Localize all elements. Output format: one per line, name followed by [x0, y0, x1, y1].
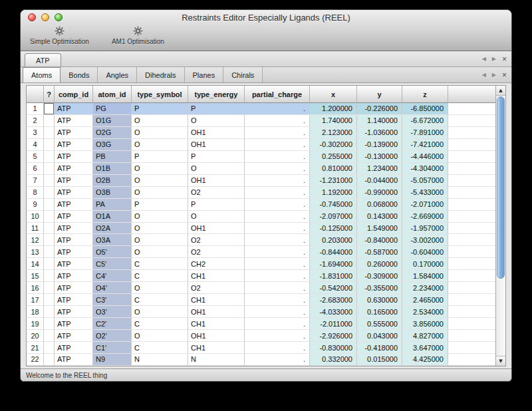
type-energy-cell[interactable]: CH1 [188, 342, 245, 354]
atom-id-cell[interactable]: PG [93, 103, 132, 115]
tab-atoms[interactable]: Atoms [23, 67, 61, 82]
vertical-scrollbar[interactable]: ▲ ▼ [495, 86, 505, 366]
y-cell[interactable]: 0.555000 [357, 318, 402, 330]
table-row[interactable]: 18ATPO3'OOH1.-4.0330000.1650002.534000 [27, 306, 505, 318]
atom-id-cell[interactable]: PB [93, 151, 132, 163]
type-energy-cell[interactable]: O2 [188, 246, 245, 258]
table-row[interactable]: 22ATPN9NN.0.3320000.0150004.425000 [27, 354, 505, 366]
atom-id-cell[interactable]: O3A [93, 234, 132, 246]
comp-id-cell[interactable]: ATP [55, 211, 93, 223]
y-cell[interactable]: -0.309000 [357, 270, 402, 282]
y-cell[interactable]: -1.036000 [357, 127, 402, 139]
z-cell[interactable]: -6.672000 [402, 115, 448, 127]
partial-charge-cell[interactable]: . [245, 354, 310, 366]
table-row[interactable]: 2ATPO1GOO.1.7400001.140000-6.672000 [27, 115, 505, 127]
x-cell[interactable]: 2.123000 [310, 127, 357, 139]
table-row[interactable]: 3ATPO2GOOH1.2.123000-1.036000-7.891000 [27, 127, 505, 139]
type-symbol-cell[interactable]: C [132, 258, 188, 270]
atom-id-cell[interactable]: O1B [93, 163, 132, 175]
atom-id-cell[interactable]: O1G [93, 115, 132, 127]
atom-id-cell[interactable]: O2G [93, 127, 132, 139]
type-energy-cell[interactable]: O [188, 163, 245, 175]
atom-id-cell[interactable]: N9 [93, 354, 132, 366]
scroll-up-button[interactable]: ▲ [496, 86, 505, 96]
partial-charge-cell[interactable]: . [245, 175, 310, 187]
z-cell[interactable]: -2.669000 [402, 211, 448, 223]
comp-id-cell[interactable]: ATP [55, 342, 93, 354]
x-cell[interactable]: -2.097000 [310, 211, 357, 223]
x-cell[interactable]: -0.302000 [310, 139, 357, 151]
next-tab-icon[interactable]: ▶ [492, 72, 496, 78]
y-cell[interactable]: -0.139000 [357, 139, 402, 151]
y-cell[interactable]: -0.990000 [357, 187, 402, 199]
x-cell[interactable]: 1.740000 [310, 115, 357, 127]
y-cell[interactable]: 1.549000 [357, 223, 402, 235]
scroll-down-button[interactable]: ▼ [496, 356, 505, 366]
z-cell[interactable]: -0.604000 [402, 246, 448, 258]
type-energy-cell[interactable]: OH1 [188, 330, 245, 342]
table-row[interactable]: 21ATPC1'CCH1.-0.830000-0.4180003.647000 [27, 342, 505, 354]
type-symbol-cell[interactable]: O [132, 187, 188, 199]
x-cell[interactable]: -2.011000 [310, 318, 357, 330]
type-energy-cell[interactable]: CH1 [188, 294, 245, 306]
x-cell[interactable]: -2.926000 [310, 330, 357, 342]
type-symbol-cell[interactable]: O [132, 330, 188, 342]
atom-id-cell[interactable]: O3G [93, 139, 132, 151]
y-cell[interactable]: -0.840000 [357, 234, 402, 246]
next-tab-icon[interactable]: ▶ [492, 57, 496, 62]
table-row[interactable]: 10ATPO1AOO.-2.0970000.143000-2.669000 [27, 211, 505, 223]
flag-cell[interactable] [44, 318, 55, 330]
partial-charge-cell[interactable]: . [245, 199, 310, 211]
atom-id-cell[interactable]: C2' [93, 318, 132, 330]
y-cell[interactable]: 0.630000 [357, 294, 402, 306]
y-cell[interactable]: -0.226000 [357, 103, 402, 115]
tab-chirals[interactable]: Chirals [223, 67, 263, 82]
tab-planes[interactable]: Planes [185, 67, 224, 82]
atom-id-cell[interactable]: O2A [93, 223, 132, 235]
atom-id-cell[interactable]: C4' [93, 270, 132, 282]
flag-cell[interactable] [44, 282, 55, 294]
flag-cell[interactable] [44, 163, 55, 175]
x-cell[interactable]: 0.810000 [310, 163, 357, 175]
x-cell[interactable]: -1.831000 [310, 270, 357, 282]
z-cell[interactable]: -4.446000 [402, 151, 448, 163]
flag-cell[interactable] [44, 199, 55, 211]
x-cell[interactable]: 0.255000 [310, 151, 357, 163]
y-cell[interactable]: -0.418000 [357, 342, 402, 354]
prev-tab-icon[interactable]: ◀ [482, 72, 486, 78]
type-energy-cell[interactable]: CH2 [188, 258, 245, 270]
scrollbar-track[interactable] [496, 96, 505, 356]
type-energy-cell[interactable]: O2 [188, 187, 245, 199]
column-header-x[interactable]: x [310, 86, 357, 103]
flag-cell[interactable] [44, 294, 55, 306]
partial-charge-cell[interactable]: . [245, 234, 310, 246]
tab-bonds[interactable]: Bonds [61, 67, 98, 82]
type-symbol-cell[interactable]: N [132, 354, 188, 366]
minimize-button[interactable] [41, 13, 49, 21]
table-row[interactable]: 12ATPO3AOO2.0.203000-0.840000-3.002000 [27, 234, 505, 246]
column-header-partial-charge[interactable]: partial_charge [245, 86, 310, 103]
z-cell[interactable]: -2.071000 [402, 199, 448, 211]
table-row[interactable]: 19ATPC2'CCH1.-2.0110000.5550003.856000 [27, 318, 505, 330]
title-bar[interactable]: Restraints Editor Especially Ligands (RE… [21, 10, 511, 25]
partial-charge-cell[interactable]: . [245, 318, 310, 330]
simple-optimisation-button[interactable]: Simple Optimisation [30, 26, 89, 45]
type-symbol-cell[interactable]: O [132, 139, 188, 151]
column-header-type-energy[interactable]: type_energy [188, 86, 245, 103]
type-energy-cell[interactable]: P [188, 103, 245, 115]
type-energy-cell[interactable]: CH1 [188, 318, 245, 330]
table-row[interactable]: 5ATPPBPP.0.255000-0.130000-4.446000 [27, 151, 505, 163]
type-energy-cell[interactable]: OH1 [188, 306, 245, 318]
x-cell[interactable]: -0.745000 [310, 199, 357, 211]
flag-cell[interactable] [44, 234, 55, 246]
atom-id-cell[interactable]: O3B [93, 187, 132, 199]
comp-id-cell[interactable]: ATP [55, 127, 93, 139]
x-cell[interactable]: -0.844000 [310, 246, 357, 258]
partial-charge-cell[interactable]: . [245, 115, 310, 127]
table-row[interactable]: 15ATPC4'CCH1.-1.831000-0.3090001.584000 [27, 270, 505, 282]
comp-id-cell[interactable]: ATP [55, 175, 93, 187]
flag-cell[interactable] [44, 342, 55, 354]
flag-cell[interactable] [44, 246, 55, 258]
y-cell[interactable]: 0.260000 [357, 258, 402, 270]
x-cell[interactable]: -2.683000 [310, 294, 357, 306]
